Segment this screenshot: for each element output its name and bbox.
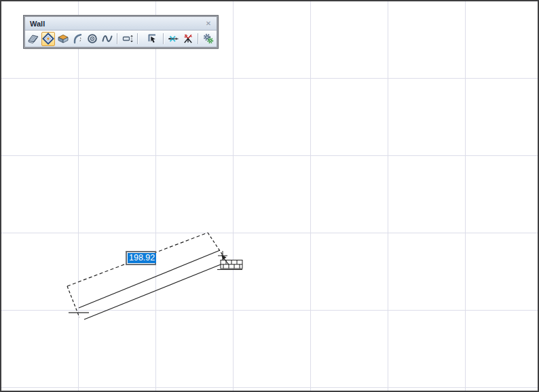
toolbar-separator bbox=[163, 33, 164, 44]
circular-wall-button[interactable] bbox=[86, 32, 100, 46]
spline-wall-button[interactable] bbox=[100, 32, 115, 46]
wall-cursor-brick-icon bbox=[217, 260, 242, 270]
toolbar-separator bbox=[198, 33, 198, 44]
wall-settings-button[interactable] bbox=[201, 32, 215, 46]
wall-join-button[interactable] bbox=[166, 32, 181, 46]
wall-break-button[interactable] bbox=[181, 32, 195, 46]
wall-width-icon bbox=[122, 33, 134, 45]
wall-settings-icon bbox=[202, 33, 215, 45]
toolbar-spacer bbox=[141, 39, 145, 39]
wall-dashed-right-end bbox=[208, 233, 223, 255]
toolbar-separator bbox=[137, 33, 138, 44]
straight-wall-icon bbox=[27, 33, 39, 45]
wall-break-icon bbox=[182, 33, 194, 45]
circular-wall-icon bbox=[86, 33, 98, 45]
pick-wall-icon bbox=[147, 33, 159, 45]
curved-wall-icon bbox=[72, 33, 84, 45]
close-icon[interactable]: ✕ bbox=[204, 19, 213, 28]
corner-wall-icon bbox=[57, 33, 69, 45]
wall-width-button[interactable] bbox=[120, 32, 134, 46]
wall-join-icon bbox=[167, 33, 179, 45]
curved-wall-button[interactable] bbox=[71, 32, 85, 46]
drawing-area[interactable]: Wall ✕ bbox=[0, 0, 539, 392]
wall-toolbar: Wall ✕ bbox=[24, 16, 218, 48]
polygon-wall-icon bbox=[42, 33, 54, 45]
polygon-wall-button[interactable] bbox=[41, 32, 56, 46]
toolbar-separator bbox=[117, 33, 117, 44]
wall-toolbar-titlebar[interactable]: Wall ✕ bbox=[25, 17, 217, 31]
toolbar-title: Wall bbox=[30, 20, 204, 28]
length-tracker-value: 198.92 bbox=[128, 253, 156, 263]
wall-preview bbox=[1, 1, 538, 391]
pick-wall-button[interactable] bbox=[146, 32, 160, 46]
wall-toolbar-buttons bbox=[25, 31, 217, 47]
straight-wall-button[interactable] bbox=[26, 32, 41, 46]
length-tracker-input[interactable]: 198.92 bbox=[126, 251, 156, 265]
spline-wall-icon bbox=[101, 33, 113, 45]
corner-wall-button[interactable] bbox=[56, 32, 70, 46]
